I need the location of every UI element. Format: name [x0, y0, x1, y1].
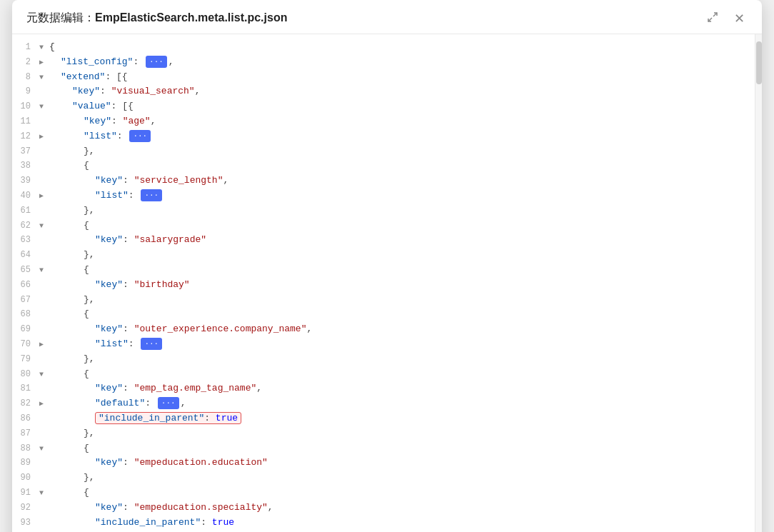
code-line-1: 1 ▼ {	[12, 40, 755, 55]
badge-outer-list[interactable]: ···	[141, 338, 162, 351]
code-line-10: 10 ▼ "value": [{	[12, 99, 755, 114]
code-line-80: 80 ▼ {	[12, 367, 755, 382]
code-line-68: 68 {	[12, 307, 755, 322]
code-line-79: 79 },	[12, 352, 755, 367]
main-dialog: 元数据编辑：EmpElasticSearch.meta.list.pc.json…	[12, 0, 762, 532]
code-line-89: 89 "key": "empeducation.education"	[12, 456, 755, 471]
code-line-93: 93 "include_in_parent": true	[12, 516, 755, 531]
badge-age-list[interactable]: ···	[129, 130, 151, 143]
code-line-11: 11 "key": "age",	[12, 114, 755, 129]
code-line-87: 87 },	[12, 426, 755, 441]
code-line-88: 88 ▼ {	[12, 441, 755, 456]
badge-default[interactable]: ···	[158, 397, 179, 410]
code-line-61: 61 },	[12, 204, 755, 219]
code-line-37: 37 },	[12, 144, 755, 159]
dialog-header: 元数据编辑：EmpElasticSearch.meta.list.pc.json…	[12, 0, 762, 34]
editor-area: 1 ▼ { 2 ▶ "list_config": ···, 8 ▼ "exten…	[12, 34, 762, 532]
code-line-39: 39 "key": "service_length",	[12, 174, 755, 189]
badge-service-list[interactable]: ···	[141, 189, 162, 202]
code-line-40: 40 ▶ "list": ···	[12, 189, 755, 204]
badge-list-config[interactable]: ···	[146, 56, 167, 69]
code-editor[interactable]: 1 ▼ { 2 ▶ "list_config": ···, 8 ▼ "exten…	[12, 34, 755, 532]
code-line-92: 92 "key": "empeducation.specialty",	[12, 501, 755, 516]
code-line-70: 70 ▶ "list": ···	[12, 337, 755, 352]
code-line-38: 38 {	[12, 159, 755, 174]
code-line-67: 67 },	[12, 293, 755, 308]
expand-button[interactable]	[704, 10, 721, 26]
code-line-82: 82 ▶ "default": ···,	[12, 396, 755, 411]
dialog-title: 元数据编辑：EmpElasticSearch.meta.list.pc.json	[26, 11, 287, 26]
code-line-12: 12 ▶ "list": ···	[12, 129, 755, 144]
code-line-69: 69 "key": "outer_experience.company_name…	[12, 322, 755, 337]
close-button[interactable]: ✕	[731, 11, 748, 26]
code-line-63: 63 "key": "salarygrade"	[12, 233, 755, 248]
title-label: 元数据编辑：	[26, 11, 95, 24]
scrollbar-track[interactable]	[755, 34, 762, 532]
filename-label: EmpElasticSearch.meta.list.pc.json	[95, 11, 287, 24]
code-line-86: 86 "include_in_parent": true	[12, 411, 755, 426]
code-line-64: 64 },	[12, 248, 755, 263]
code-line-91: 91 ▼ {	[12, 486, 755, 501]
code-line-90: 90 },	[12, 471, 755, 486]
code-line-2: 2 ▶ "list_config": ···,	[12, 55, 755, 70]
code-line-9: 9 "key": "visual_search",	[12, 84, 755, 99]
code-line-65: 65 ▼ {	[12, 263, 755, 278]
code-line-62: 62 ▼ {	[12, 219, 755, 234]
header-icons: ✕	[704, 10, 748, 26]
code-line-8: 8 ▼ "extend": [{	[12, 70, 755, 85]
code-line-81: 81 "key": "emp_tag.emp_tag_name",	[12, 381, 755, 396]
scrollbar-thumb[interactable]	[756, 41, 762, 84]
highlighted-include: "include_in_parent": true	[95, 412, 241, 424]
code-line-66: 66 "key": "birthday"	[12, 278, 755, 293]
